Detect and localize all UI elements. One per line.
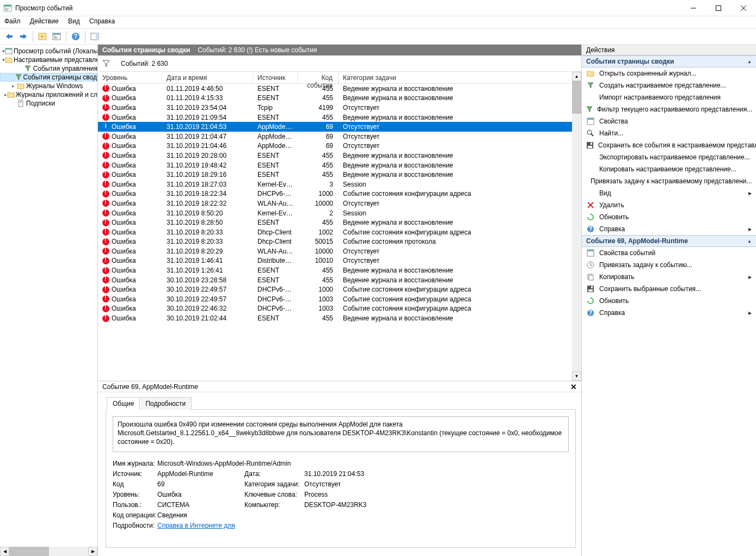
- tab-details[interactable]: Подробности: [139, 397, 192, 410]
- scroll-right-button[interactable]: ▶: [88, 547, 97, 556]
- expand-icon[interactable]: ▸: [10, 83, 16, 89]
- table-row[interactable]: Ошибка30.10.2019 22:46:32DHCPv6-Cli...10…: [98, 304, 572, 314]
- table-row[interactable]: Ошибка31.10.2019 21:09:54ESENT455Ведение…: [98, 113, 572, 122]
- table-row[interactable]: Ошибка30.10.2019 23:28:58ESENT455Ведение…: [98, 275, 572, 285]
- forward-button[interactable]: [17, 30, 29, 42]
- actions-section-summary[interactable]: События страницы сводки▲: [582, 55, 756, 67]
- tree-subscriptions[interactable]: Подписки: [0, 99, 97, 108]
- tree-custom-views[interactable]: ▾ Настраиваемые представле: [0, 55, 97, 64]
- tree-summary-events[interactable]: События страницы свод: [0, 73, 97, 82]
- table-row[interactable]: Ошибка31.10.2019 8:20:33Dhcp-Client50015…: [98, 237, 572, 247]
- action-event-properties[interactable]: Свойства событий: [582, 247, 756, 259]
- minimize-button[interactable]: [681, 0, 706, 16]
- error-icon: [102, 286, 109, 293]
- table-row[interactable]: Ошибка31.10.2019 21:04:53AppModel-...69О…: [98, 122, 572, 132]
- action-attach-task[interactable]: Привязать задачу к настраиваемому предст…: [582, 175, 756, 187]
- tree-app-service-logs[interactable]: ▸ Журналы приложений и сл: [0, 90, 97, 99]
- menu-file[interactable]: Файл: [4, 17, 21, 25]
- action-attach-task-event[interactable]: Привязать задачу к событию...: [582, 259, 756, 271]
- tree-root[interactable]: ▾ Просмотр событий (Локальн: [0, 47, 97, 55]
- action-help[interactable]: ?Справка: [582, 223, 756, 235]
- table-row[interactable]: Ошибка31.10.2019 8:50:20Kernel-Even...2S…: [98, 208, 572, 218]
- table-row[interactable]: Ошибка30.10.2019 22:49:57DHCPv6-Cli...10…: [98, 294, 572, 304]
- column-level[interactable]: Уровень: [98, 72, 162, 83]
- detail-close-button[interactable]: ✕: [570, 382, 577, 391]
- table-row[interactable]: Ошибка31.10.2019 1:26:41ESENT455Ведение …: [98, 265, 572, 275]
- table-row[interactable]: Ошибка31.10.2019 8:28:50ESENT455Ведение …: [98, 218, 572, 227]
- cell-date: 01.11.2019 4:46:50: [162, 85, 253, 92]
- help-button[interactable]: ?: [70, 30, 82, 42]
- tree-admin-events[interactable]: События управления: [0, 64, 97, 73]
- action-copy[interactable]: Копировать: [582, 271, 756, 283]
- cell-source: DHCPv6-Cli...: [253, 286, 298, 293]
- column-eventid[interactable]: Код события: [298, 72, 339, 83]
- action-find[interactable]: Найти...: [582, 127, 756, 139]
- close-button[interactable]: [731, 0, 756, 16]
- svg-line-29: [591, 134, 593, 136]
- scroll-down-button[interactable]: ▼: [572, 372, 581, 381]
- grid-vertical-scrollbar[interactable]: ▲ ▼: [572, 72, 581, 381]
- table-row[interactable]: Ошибка31.10.2019 18:29:16ESENT455Ведение…: [98, 170, 572, 180]
- svg-rect-32: [591, 143, 592, 145]
- cell-source: AppModel-...: [253, 133, 298, 140]
- svg-rect-45: [588, 289, 593, 292]
- table-row[interactable]: Ошибка31.10.2019 18:27:03Kernel-Even...3…: [98, 180, 572, 189]
- funnel-icon[interactable]: [102, 60, 110, 67]
- table-row[interactable]: Ошибка31.10.2019 8:20:33Dhcp-Client1002С…: [98, 227, 572, 237]
- error-icon: [102, 171, 109, 178]
- back-button[interactable]: [3, 30, 15, 42]
- action-export-custom[interactable]: Экспортировать настраиваемое представлен…: [582, 151, 756, 163]
- action-delete[interactable]: Удалить: [582, 199, 756, 211]
- show-hide-tree-button[interactable]: [36, 30, 48, 42]
- column-source[interactable]: Источник: [253, 72, 298, 83]
- maximize-button[interactable]: [706, 0, 731, 16]
- tree-windows-logs[interactable]: ▸ Журналы Windows: [0, 82, 97, 90]
- scroll-left-button[interactable]: ◀: [0, 547, 9, 556]
- scroll-thumb[interactable]: [572, 81, 581, 114]
- error-icon: [102, 257, 109, 264]
- column-category[interactable]: Категория задачи: [339, 72, 581, 83]
- table-row[interactable]: Ошибка01.11.2019 4:15:33ESENT455Ведение …: [98, 94, 572, 103]
- action-properties[interactable]: Свойства: [582, 115, 756, 127]
- online-help-link[interactable]: Справка в Интернете для: [157, 522, 235, 529]
- error-icon: [102, 114, 109, 121]
- action-help-event[interactable]: ?Справка: [582, 307, 756, 319]
- table-row[interactable]: Ошибка30.10.2019 21:02:44ESENT455Ведение…: [98, 313, 572, 323]
- table-row[interactable]: Ошибка31.10.2019 1:46:41Distributed...10…: [98, 256, 572, 266]
- table-row[interactable]: Ошибка31.10.2019 18:22:32WLAN-Auto...100…: [98, 199, 572, 208]
- keywords-value: Process: [304, 491, 328, 498]
- table-row[interactable]: Ошибка31.10.2019 21:04:46AppModel-...69О…: [98, 141, 572, 151]
- table-row[interactable]: Ошибка30.10.2019 22:49:57DHCPv6-Cli...10…: [98, 285, 572, 294]
- properties-button[interactable]: [51, 30, 63, 42]
- scroll-thumb[interactable]: [9, 547, 49, 556]
- action-refresh-event[interactable]: Обновить: [582, 295, 756, 307]
- table-row[interactable]: Ошибка31.10.2019 8:20:29WLAN-Auto...1000…: [98, 246, 572, 256]
- action-save-all[interactable]: Сохранить все события в настраиваемом пр…: [582, 139, 756, 151]
- cell-level: Ошибка: [112, 162, 136, 169]
- column-date[interactable]: Дата и время: [162, 72, 253, 83]
- tab-general[interactable]: Общие: [107, 397, 140, 410]
- action-create-custom-view[interactable]: Создать настраиваемое представление...: [582, 79, 756, 91]
- action-filter-current[interactable]: Фильтр текущего настраиваемого представл…: [582, 103, 756, 115]
- table-row[interactable]: Ошибка31.10.2019 20:28:00ESENT455Ведение…: [98, 151, 572, 160]
- action-refresh[interactable]: Обновить: [582, 211, 756, 223]
- tree-horizontal-scrollbar[interactable]: ◀ ▶: [0, 547, 97, 556]
- table-row[interactable]: Ошибка31.10.2019 23:54:04Tcpip4199Отсутс…: [98, 103, 572, 113]
- scroll-up-button[interactable]: ▲: [572, 72, 581, 81]
- menu-view[interactable]: Вид: [68, 17, 80, 25]
- action-import-custom-view[interactable]: Импорт настраиваемого представления: [582, 91, 756, 103]
- source-value: AppModel-Runtime: [157, 470, 244, 478]
- action-save-selected[interactable]: Сохранить выбранные события...: [582, 283, 756, 295]
- table-row[interactable]: Ошибка31.10.2019 21:04:47AppModel-...69О…: [98, 132, 572, 141]
- action-copy-custom[interactable]: Копировать настраиваемое представление..…: [582, 163, 756, 175]
- actions-section-event[interactable]: Событие 69, AppModel-Runtime▲: [582, 235, 756, 247]
- table-row[interactable]: Ошибка01.11.2019 4:46:50ESENT455Ведение …: [98, 84, 572, 94]
- menu-help[interactable]: Справка: [89, 17, 115, 25]
- action-open-saved-log[interactable]: Открыть сохраненный журнал...: [582, 67, 756, 79]
- action-view[interactable]: Вид: [582, 187, 756, 199]
- table-row[interactable]: Ошибка31.10.2019 19:48:42ESENT455Ведение…: [98, 160, 572, 170]
- table-row[interactable]: Ошибка31.10.2019 18:22:34DHCPv6-Cli...10…: [98, 189, 572, 199]
- menu-action[interactable]: Действие: [30, 17, 59, 25]
- cell-date: 31.10.2019 8:50:20: [162, 209, 253, 217]
- show-hide-action-pane-button[interactable]: [89, 30, 101, 42]
